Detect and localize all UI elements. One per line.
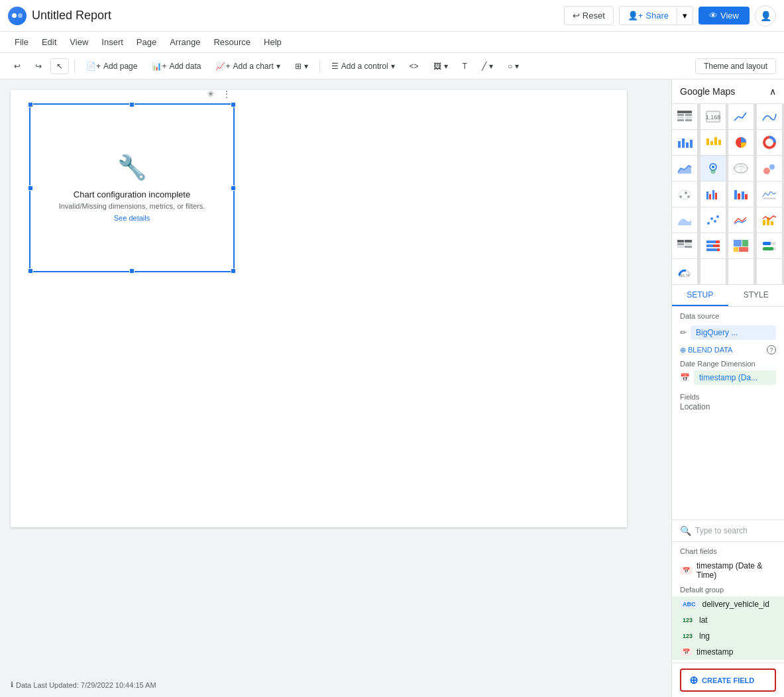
menu-help[interactable]: Help: [257, 34, 288, 50]
add-control-button[interactable]: ☰ Add a control ▾: [325, 58, 401, 74]
resize-handle-top-left[interactable]: [28, 102, 33, 107]
chart-type-progress[interactable]: [757, 233, 782, 258]
add-data-button[interactable]: 📊+ Add data: [146, 58, 207, 74]
add-component-button[interactable]: ⊞ ▾: [289, 58, 314, 74]
menu-page[interactable]: Page: [130, 34, 163, 50]
chart-type-grouped-bar[interactable]: [700, 182, 726, 207]
menu-edit[interactable]: Edit: [35, 34, 63, 50]
redo-icon: ↪: [35, 62, 42, 71]
resize-handle-top-right[interactable]: [231, 102, 236, 107]
embed-button[interactable]: <>: [404, 58, 425, 74]
chart-type-empty2: [728, 259, 754, 284]
reset-button[interactable]: ↩ Reset: [564, 6, 614, 25]
chart-type-multiline[interactable]: [728, 207, 754, 233]
chart-error-title: Chart configuration incomplete: [74, 189, 190, 199]
toolbar-divider-2: [319, 60, 320, 73]
chart-type-donut[interactable]: [757, 130, 782, 155]
chart-type-table[interactable]: [672, 104, 697, 129]
view-button[interactable]: 👁 View: [699, 7, 750, 25]
svg-point-41: [716, 215, 719, 218]
svg-rect-16: [718, 140, 721, 145]
collapse-icon[interactable]: ∧: [769, 86, 776, 97]
menu-view[interactable]: View: [63, 34, 95, 50]
menu-arrange[interactable]: Arrange: [163, 34, 207, 50]
share-button[interactable]: 👤+ Share: [619, 6, 677, 25]
svg-rect-57: [734, 240, 742, 246]
shape-button[interactable]: ○ ▾: [502, 58, 525, 74]
chart-type-bubble[interactable]: [757, 156, 782, 181]
date-range-field-name[interactable]: timestamp (Da...: [694, 370, 776, 385]
blend-data-button[interactable]: ⊕ BLEND DATA: [680, 346, 732, 354]
svg-rect-42: [763, 220, 765, 225]
text-button[interactable]: T: [457, 58, 473, 74]
chart-type-bar[interactable]: [672, 130, 697, 155]
chart-type-pie[interactable]: [728, 130, 754, 155]
resize-handle-mid-left[interactable]: [28, 186, 33, 191]
undo-button[interactable]: ↩: [8, 58, 27, 74]
menu-resource[interactable]: Resource: [207, 34, 257, 50]
chart-type-sparkline[interactable]: [757, 182, 782, 207]
search-input[interactable]: [695, 526, 784, 535]
date-badge-ts: 📅: [680, 648, 693, 656]
widget-pin-button[interactable]: ✳: [204, 87, 217, 101]
field-search-dropdown: 🔍 Chart fields 📅 timestamp (Date & Time)…: [672, 519, 784, 697]
resize-handle-top-mid[interactable]: [129, 102, 135, 107]
chart-type-area[interactable]: [672, 156, 697, 181]
chart-type-column[interactable]: [700, 130, 726, 155]
canvas-page: ✳ ⋮ 🔧 Chart configuration incomplete Inv…: [11, 90, 627, 527]
account-button[interactable]: 👤: [755, 5, 776, 27]
chart-type-grouped-column[interactable]: [728, 182, 754, 207]
select-tool-button[interactable]: ↖: [50, 58, 69, 74]
chart-type-geo[interactable]: [728, 156, 754, 181]
menu-insert[interactable]: Insert: [95, 34, 130, 50]
chart-type-scatter-geo[interactable]: [672, 182, 697, 207]
create-field-area: ⊕ CREATE FIELD: [672, 663, 784, 697]
svg-rect-35: [742, 191, 744, 199]
resize-handle-bot-left[interactable]: [28, 268, 33, 274]
chart-type-scorecard[interactable]: 1,168: [700, 104, 726, 129]
chart-type-area2[interactable]: [672, 207, 697, 233]
add-chart-button[interactable]: 📈+ Add a chart ▾: [209, 58, 286, 74]
resize-handle-mid-right[interactable]: [231, 186, 236, 191]
chart-type-timeseries[interactable]: [728, 104, 754, 129]
chart-type-scatter[interactable]: [700, 207, 726, 233]
chart-type-google-maps[interactable]: [700, 156, 726, 181]
chart-type-pivot[interactable]: [672, 233, 697, 258]
field-item-lat[interactable]: 123 lat: [672, 612, 784, 628]
data-source-row: ✏ BigQuery ...: [672, 323, 784, 343]
see-details-link[interactable]: See details: [114, 214, 150, 222]
line-button[interactable]: ╱ ▾: [476, 58, 499, 74]
resize-handle-bot-mid[interactable]: [129, 268, 135, 274]
chart-type-combo[interactable]: [757, 207, 782, 233]
chart-type-stacked-bar[interactable]: [700, 233, 726, 258]
tab-style[interactable]: STYLE: [728, 285, 785, 306]
resize-handle-bot-right[interactable]: [231, 268, 236, 274]
field-item-timestamp-dt[interactable]: 📅 timestamp (Date & Time): [672, 558, 784, 583]
create-field-button[interactable]: ⊕ CREATE FIELD: [680, 669, 776, 692]
svg-point-24: [769, 164, 775, 170]
widget-toolbar: ✳ ⋮: [204, 87, 233, 101]
theme-layout-button[interactable]: Theme and layout: [695, 58, 776, 74]
canvas-area: ✳ ⋮ 🔧 Chart configuration incomplete Inv…: [0, 80, 671, 697]
app-logo: [8, 7, 27, 25]
chart-type-gauge[interactable]: 201.7K: [672, 259, 697, 284]
chart-type-treemap[interactable]: [728, 233, 754, 258]
share-dropdown-button[interactable]: ▾: [677, 6, 693, 25]
tab-setup[interactable]: SETUP: [672, 285, 728, 306]
chart-widget[interactable]: ✳ ⋮ 🔧 Chart configuration incomplete Inv…: [29, 103, 235, 272]
field-item-lng[interactable]: 123 lng: [672, 628, 784, 644]
add-page-button[interactable]: 📄+ Add page: [80, 58, 143, 74]
help-icon[interactable]: ?: [767, 345, 776, 354]
plus-circle-icon: ⊕: [680, 346, 686, 354]
menu-file[interactable]: File: [8, 34, 35, 50]
chart-type-smoothline[interactable]: [757, 104, 782, 129]
svg-rect-58: [742, 240, 748, 246]
redo-button[interactable]: ↪: [29, 58, 48, 74]
field-item-timestamp[interactable]: 📅 timestamp: [672, 644, 784, 660]
widget-menu-button[interactable]: ⋮: [220, 87, 233, 101]
fields-section: Fields Location: [672, 390, 784, 418]
field-item-delivery[interactable]: ABC delivery_vehicle_id: [672, 596, 784, 612]
chart-type-empty1: [700, 259, 726, 284]
image-button[interactable]: 🖼 ▾: [427, 58, 454, 74]
data-source-name[interactable]: BigQuery ...: [691, 325, 776, 340]
